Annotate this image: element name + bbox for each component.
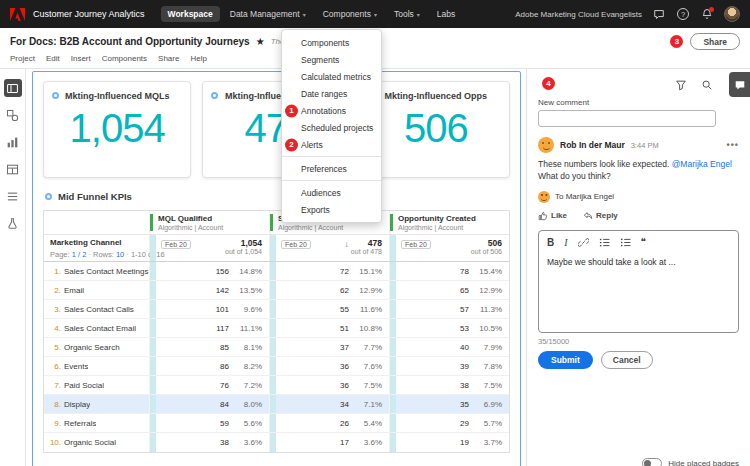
reply-to-row: To Marijka Engel	[538, 191, 739, 203]
visualization-dot-icon[interactable]	[45, 193, 52, 200]
metric-value: 19	[401, 438, 469, 447]
table-row[interactable]: 1.Sales Contact Meetings15614.8%7215.1%7…	[44, 262, 509, 281]
filter-funnel-icon[interactable]	[675, 77, 687, 93]
menu-item-alerts[interactable]: Alerts2	[282, 136, 381, 153]
rows-count-link[interactable]: 10	[116, 250, 124, 259]
comment-actions: Like Reply	[538, 211, 739, 221]
top-nav-workspace[interactable]: Workspace	[161, 6, 220, 22]
metric-cell-2: 173.6%	[270, 433, 390, 452]
help-icon[interactable]: ?	[676, 7, 690, 21]
reply-button[interactable]: Reply	[583, 211, 618, 221]
ordered-list-icon[interactable]	[599, 237, 610, 248]
submit-button[interactable]: Submit	[538, 351, 593, 369]
table-row[interactable]: 8.Display848.0%347.1%356.9%	[44, 395, 509, 414]
table-icon[interactable]	[4, 160, 22, 178]
metric-column-header-2[interactable]: Feb 20↓478out of 478	[270, 235, 390, 261]
metric-percent: 7.5%	[469, 381, 502, 390]
table-row[interactable]: 2.Email14213.5%6212.9%6512.9%	[44, 281, 509, 300]
panels-icon[interactable]	[4, 79, 22, 97]
like-button[interactable]: Like	[538, 211, 567, 221]
comments-tab-toggle[interactable]	[729, 72, 750, 97]
blockquote-icon[interactable]: ❝	[641, 237, 646, 247]
sort-descending-icon[interactable]: ↓	[345, 239, 349, 249]
menubar-item-insert[interactable]: Insert	[71, 54, 91, 63]
group-accent-bar	[150, 214, 153, 231]
flask-icon[interactable]	[4, 214, 22, 232]
favorite-star-icon[interactable]: ★	[256, 37, 265, 47]
top-nav-data-management[interactable]: Data Management▾	[223, 6, 313, 22]
metric-percent: 3.6%	[349, 438, 382, 447]
table-row[interactable]: 5.Organic Search858.1%377.7%407.9%	[44, 338, 509, 357]
menu-item-exports[interactable]: Exports	[282, 201, 381, 218]
menu-item-components[interactable]: Components	[282, 34, 381, 51]
metric-value: 40	[401, 343, 469, 352]
share-button[interactable]: Share	[690, 33, 740, 50]
new-comment-input[interactable]	[538, 110, 716, 127]
top-nav-components[interactable]: Components▾	[316, 6, 384, 22]
hide-badges-row: Hide placed badges	[538, 458, 739, 466]
kpi-card-1[interactable]: Mkting-Influenced MQLs1,054	[43, 81, 191, 178]
menu-item-date-ranges[interactable]: Date ranges	[282, 85, 381, 102]
metric-group-header-1[interactable]: MQL QualifiedAlgorithmic | Account	[150, 211, 270, 234]
reply-to-avatar	[538, 191, 550, 203]
bold-icon[interactable]: B	[547, 237, 554, 248]
dimension-header-label[interactable]: Marketing Channel	[50, 238, 145, 247]
page-link-2[interactable]: / 2	[78, 250, 86, 259]
visualizations-icon[interactable]	[4, 133, 22, 151]
table-row[interactable]: 6.Events868.2%367.6%397.8%	[44, 357, 509, 376]
menu-item-audiences[interactable]: Audiences	[282, 184, 381, 201]
hide-badges-toggle[interactable]	[642, 458, 662, 466]
notifications-bell-icon[interactable]	[700, 7, 714, 21]
comment-more-icon[interactable]: •••	[727, 140, 739, 150]
metric-cell-1: 848.0%	[150, 395, 270, 413]
table-row[interactable]: 9.Referrals595.6%265.4%295.7%	[44, 414, 509, 433]
menu-item-annotations[interactable]: Annotations1	[282, 102, 381, 119]
table-row[interactable]: 7.Paid Social767.2%367.5%387.5%	[44, 376, 509, 395]
metric-value: 53	[401, 324, 469, 333]
menu-item-calculated-metrics[interactable]: Calculated metrics	[282, 68, 381, 85]
menubar-item-components[interactable]: Components	[102, 54, 147, 63]
dimension-cell: 4.Sales Contact Email	[44, 319, 150, 337]
top-nav-label: Workspace	[168, 9, 213, 19]
row-number: 9.	[47, 419, 61, 428]
metric-cell-1: 767.2%	[150, 376, 270, 394]
total-value: 478	[368, 238, 382, 248]
components-icon[interactable]	[4, 106, 22, 124]
kpi-card-3[interactable]: Mkting-Influenced Opps506	[362, 81, 510, 178]
menu-item-segments[interactable]: Segments	[282, 51, 381, 68]
menubar-item-edit[interactable]: Edit	[46, 54, 60, 63]
metric-value: 55	[281, 305, 349, 314]
group-header-text: MQL QualifiedAlgorithmic | Account	[158, 214, 223, 231]
metric-value: 117	[161, 324, 229, 333]
menubar-item-help[interactable]: Help	[190, 54, 206, 63]
metric-percent: 9.6%	[229, 305, 262, 314]
dimension-cell: 2.Email	[44, 281, 150, 299]
dimension-cell: 7.Paid Social	[44, 376, 150, 394]
metric-column-header-1[interactable]: Feb 201,054out of 1,054	[150, 235, 270, 261]
user-avatar[interactable]	[724, 6, 740, 22]
metric-column-header-3[interactable]: Feb 20506out of 506	[390, 235, 509, 261]
top-nav-labs[interactable]: Labs	[430, 6, 462, 22]
table-row[interactable]: 3.Sales Contact Calls1019.6%5511.6%5711.…	[44, 300, 509, 319]
menubar-item-project[interactable]: Project	[10, 54, 35, 63]
metric-group-header-3[interactable]: Opportunity CreatedAlgorithmic | Account	[390, 211, 509, 234]
link-icon[interactable]	[578, 237, 589, 248]
feedback-icon[interactable]	[652, 7, 666, 21]
top-nav-tools[interactable]: Tools▾	[387, 6, 427, 22]
list-icon[interactable]	[4, 187, 22, 205]
comment-text-1: These numbers look like expected.	[538, 159, 669, 169]
menu-item-scheduled-projects[interactable]: Scheduled projects	[282, 119, 381, 136]
search-icon[interactable]	[701, 77, 713, 93]
cancel-button[interactable]: Cancel	[601, 351, 653, 369]
italic-icon[interactable]: I	[564, 237, 567, 248]
top-navigation: WorkspaceData Management▾Components▾Tool…	[161, 6, 463, 22]
comment-draft-text[interactable]: Maybe we should take a look at ...	[547, 257, 730, 315]
page-link-1[interactable]: 1	[72, 250, 76, 259]
comment-mention-link[interactable]: @Marijka Engel	[672, 159, 732, 169]
menu-item-preferences[interactable]: Preferences	[282, 160, 381, 177]
bullet-list-icon[interactable]	[620, 237, 631, 248]
table-row[interactable]: 10.Organic Social383.6%173.6%193.7%	[44, 433, 509, 452]
menubar-item-share[interactable]: Share	[158, 54, 179, 63]
table-row[interactable]: 4.Sales Contact Email11711.1%5110.8%5310…	[44, 319, 509, 338]
metric-percent: 7.8%	[469, 362, 502, 371]
